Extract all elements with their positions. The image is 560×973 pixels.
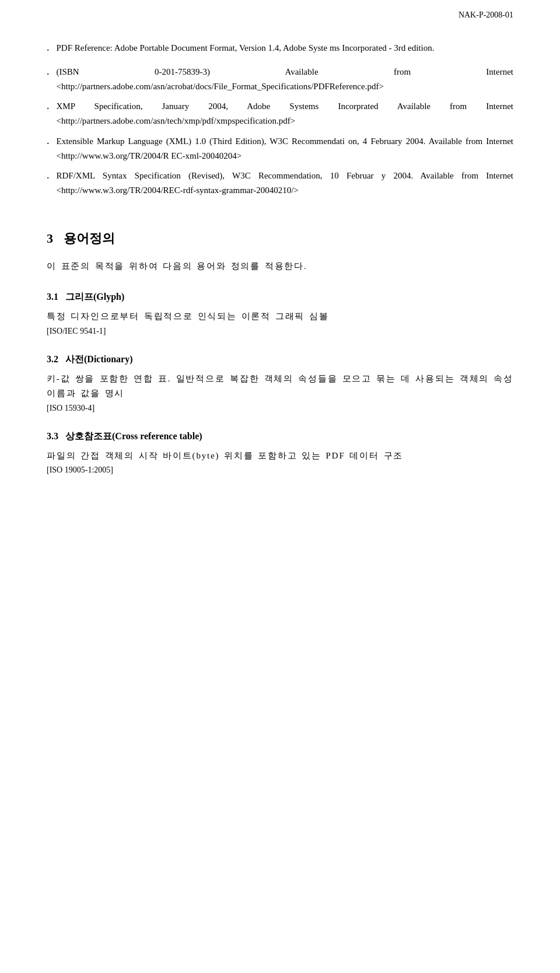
list-item: · (ISBN 0-201-75839-3) Available from In… [47, 65, 513, 94]
bullet-text-3: XMP Specification, January 2004, Adobe S… [57, 99, 514, 128]
subsection-3-1-number: 3.1 [47, 292, 58, 302]
section-3-title: 용어정의 [64, 230, 115, 247]
subsection-3-3-reference: [ISO 19005-1:2005] [47, 466, 513, 475]
bullet-text-1: PDF Reference: Adobe Portable Document F… [57, 41, 514, 55]
subsection-3-3-title-en: (Cross reference table) [112, 431, 202, 441]
subsection-3-2-title-ko: 사전 [65, 354, 84, 364]
subsection-3-2-body: 키-값 쌍을 포함한 연합 표. 일반적으로 복잡한 객체의 속성들을 모으고 … [47, 372, 513, 401]
section-3-intro: 이 표준의 목적을 위하여 다음의 용어와 정의를 적용한다. [47, 259, 513, 274]
subsection-3-2-reference: [ISO 15930-4] [47, 404, 513, 413]
subsection-3-2-number: 3.2 [47, 354, 58, 364]
list-item: · PDF Reference: Adobe Portable Document… [47, 41, 513, 59]
subsection-3-1-title-en: (Glyph) [93, 292, 124, 302]
reference-list: · PDF Reference: Adobe Portable Document… [47, 41, 513, 198]
header-code: NAK-P-2008-01 [459, 10, 513, 20]
subsection-3-1-header: 3.1 그리프(Glyph) [47, 291, 513, 303]
section-3-number: 3 [47, 231, 53, 246]
bullet-text-2: (ISBN 0-201-75839-3) Available from Inte… [57, 65, 514, 94]
bullet-text-5: RDF/XML Syntax Specification (Revised), … [57, 169, 514, 198]
subsection-3-3: 3.3 상호참조표(Cross reference table) [47, 430, 513, 443]
subsection-3-1-reference: [ISO/IEC 9541-1] [47, 327, 513, 336]
subsection-3-3-body: 파일의 간접 객체의 시작 바이트(byte) 위치를 포함하고 있는 PDF … [47, 449, 513, 464]
subsection-3-3-title-ko: 상호참조표 [65, 431, 112, 441]
bullet-text-4: Extensible Markup Language (XML) 1.0 (Th… [57, 134, 514, 163]
subsection-3-2-title-en: (Dictionary) [84, 354, 133, 364]
content-area: · PDF Reference: Adobe Portable Document… [47, 41, 513, 198]
subsection-3-2-header: 3.2 사전(Dictionary) [47, 354, 513, 366]
bullet-dot: · [47, 135, 50, 152]
page-container: NAK-P-2008-01 · PDF Reference: Adobe Por… [0, 0, 560, 973]
subsection-3-2: 3.2 사전(Dictionary) [47, 354, 513, 366]
subsection-3-1-title-ko: 그리프 [65, 292, 93, 302]
section-3-heading: 3 용어정의 [47, 230, 513, 247]
bullet-dot: · [47, 42, 50, 59]
list-item: · RDF/XML Syntax Specification (Revised)… [47, 169, 513, 198]
list-item: · Extensible Markup Language (XML) 1.0 (… [47, 134, 513, 163]
subsection-3-1: 3.1 그리프(Glyph) [47, 291, 513, 303]
bullet-dot: · [47, 170, 50, 187]
bullet-dot: · [47, 66, 50, 83]
list-item: · XMP Specification, January 2004, Adobe… [47, 99, 513, 128]
subsection-3-3-header: 3.3 상호참조표(Cross reference table) [47, 430, 513, 443]
subsection-3-1-body: 특정 디자인으로부터 독립적으로 인식되는 이론적 그래픽 심볼 [47, 309, 513, 324]
subsection-3-3-number: 3.3 [47, 431, 58, 441]
bullet-dot: · [47, 100, 50, 117]
